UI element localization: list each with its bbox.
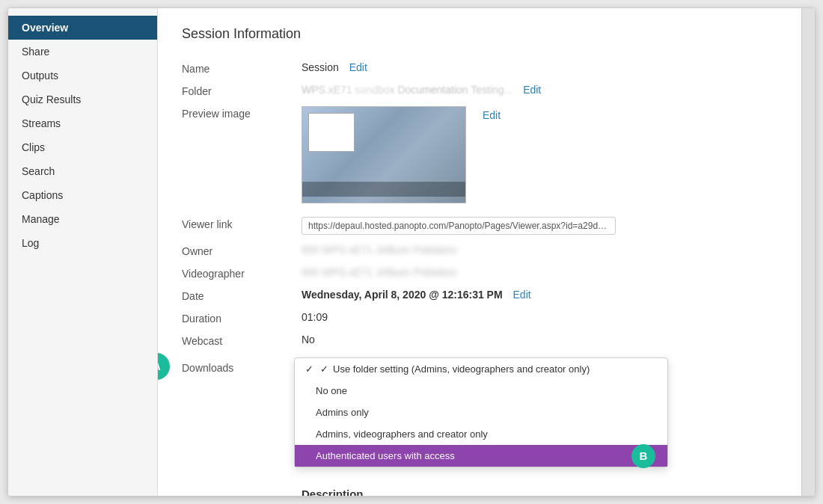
sidebar-item-share[interactable]: Share (8, 40, 157, 64)
sidebar-item-streams[interactable]: Streams (8, 111, 157, 135)
duration-label: Duration (182, 311, 302, 325)
downloads-row: Downloads ✓ Use folder setting (Admins, … (182, 351, 777, 378)
sidebar-item-quiz-results[interactable]: Quiz Results (8, 87, 157, 111)
videographer-value-container: 000 WPS.xE71 JAlbum Poblation (302, 266, 777, 278)
description-title: Description (302, 488, 364, 496)
preview-edit-link[interactable]: Edit (483, 109, 501, 121)
sidebar: Overview Share Outputs Quiz Results Stre… (8, 8, 158, 496)
dropdown-option-4-label: Authenticated users with access (316, 450, 455, 461)
preview-value-container: Edit (302, 106, 777, 203)
folder-value: WPS.xE71 sandbox Documentation Testing..… (302, 84, 513, 96)
videographer-value: 000 WPS.xE71 JAlbum Poblation (302, 266, 457, 278)
videographer-label: Videographer (182, 266, 302, 280)
checkmark-icon: ✓ (320, 363, 328, 375)
dropdown-option-0[interactable]: ✓ Use folder setting (Admins, videograph… (295, 358, 667, 380)
date-value: Wednesday, April 8, 2020 @ 12:16:31 PM (302, 289, 503, 301)
date-row: Date Wednesday, April 8, 2020 @ 12:16:31… (182, 284, 777, 307)
folder-row: Folder WPS.xE71 sandbox Documentation Te… (182, 79, 777, 102)
preview-image-area: Edit (302, 106, 777, 203)
main-content: Session Information Name Session Edit Fo… (158, 8, 801, 496)
dropdown-option-3[interactable]: Admins, videographers and creator only (295, 423, 667, 445)
name-edit-link[interactable]: Edit (349, 61, 367, 73)
dropdown-option-4[interactable]: Authenticated users with access B (295, 445, 667, 467)
preview-thumbnail (302, 106, 466, 203)
sidebar-item-manage[interactable]: Manage (8, 207, 157, 231)
folder-label: Folder (182, 84, 302, 97)
badge-a: A (158, 353, 170, 380)
webcast-label: Webcast (182, 334, 302, 347)
sidebar-item-search[interactable]: Search (8, 159, 157, 183)
owner-value-container: 000 WPS.xE71 JAlbum Poblation (302, 244, 777, 256)
viewer-link-row: Viewer link https://depaul.hosted.panopt… (182, 212, 777, 239)
description-row: Description Edit (182, 483, 777, 496)
badge-b: B (631, 444, 655, 468)
date-edit-link[interactable]: Edit (513, 289, 531, 301)
owner-row: Owner 000 WPS.xE71 JAlbum Poblation (182, 239, 777, 262)
videographer-row: Videographer 000 WPS.xE71 JAlbum Poblati… (182, 262, 777, 284)
thumbnail-inner (302, 107, 465, 203)
name-value: Session (302, 61, 339, 73)
sidebar-item-overview[interactable]: Overview (8, 16, 157, 40)
sidebar-item-log[interactable]: Log (8, 231, 157, 255)
duration-row: Duration 01:09 (182, 307, 777, 329)
sidebar-item-outputs[interactable]: Outputs (8, 64, 157, 87)
viewer-link-value-container: https://depaul.hosted.panopto.com/Panopt… (302, 217, 777, 235)
dropdown-option-2[interactable]: Admins only (295, 402, 667, 423)
name-label: Name (182, 61, 302, 75)
sidebar-item-clips[interactable]: Clips (8, 135, 157, 159)
date-value-container: Wednesday, April 8, 2020 @ 12:16:31 PM E… (302, 289, 777, 301)
date-label: Date (182, 289, 302, 302)
main-window: Overview Share Outputs Quiz Results Stre… (7, 7, 816, 497)
downloads-dropdown: ✓ Use folder setting (Admins, videograph… (294, 357, 668, 467)
name-row: Name Session Edit (182, 57, 777, 79)
owner-label: Owner (182, 244, 302, 257)
dropdown-option-0-label: Use folder setting (Admins, videographer… (333, 363, 590, 375)
folder-value-container: WPS.xE71 sandbox Documentation Testing..… (302, 84, 777, 96)
viewer-link-label: Viewer link (182, 217, 302, 230)
folder-edit-link[interactable]: Edit (523, 84, 541, 96)
right-edge (801, 8, 815, 496)
page-title: Session Information (182, 26, 777, 42)
duration-value: 01:09 (302, 311, 777, 323)
dropdown-option-1[interactable]: No one (295, 380, 667, 402)
name-value-container: Session Edit (302, 61, 777, 73)
sidebar-item-captions[interactable]: Captions (8, 183, 157, 207)
preview-label: Preview image (182, 106, 302, 120)
viewer-link-box[interactable]: https://depaul.hosted.panopto.com/Panopt… (302, 217, 616, 235)
downloads-label: Downloads (182, 357, 302, 374)
preview-row: Preview image Edit (182, 102, 777, 208)
owner-value: 000 WPS.xE71 JAlbum Poblation (302, 244, 457, 256)
webcast-value: No (302, 334, 777, 345)
webcast-row: Webcast No (182, 329, 777, 351)
info-table: Name Session Edit Folder WPS.xE71 sandbo… (182, 57, 777, 496)
